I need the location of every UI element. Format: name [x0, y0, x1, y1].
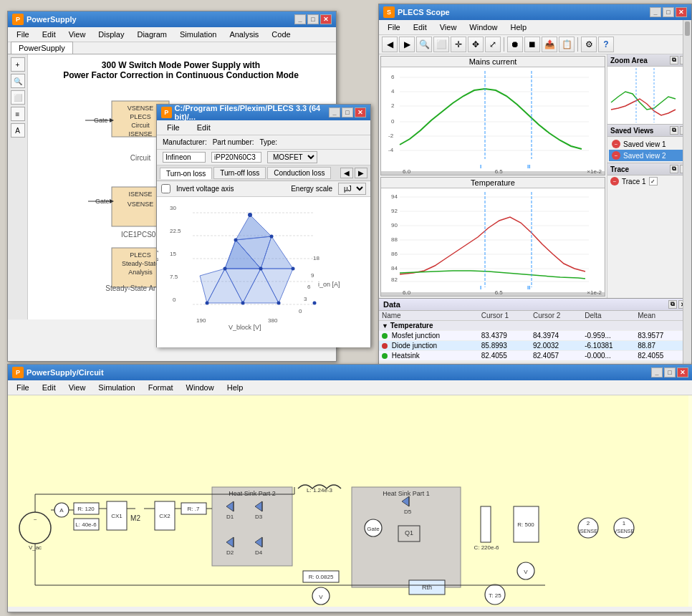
mosfet-menu-file[interactable]: File — [161, 122, 186, 133]
ps-tool-3[interactable]: ⬜ — [11, 90, 25, 105]
scope-pan-btn[interactable]: ✥ — [468, 37, 484, 52]
ps-menu-code[interactable]: Code — [266, 29, 296, 40]
scope-fit-btn[interactable]: ⤢ — [485, 37, 501, 52]
row2-c2: 82.4057 — [530, 351, 582, 361]
mosfet-maximize-btn[interactable]: □ — [342, 107, 353, 117]
mosfet-tab-conduction[interactable]: Conduction loss — [267, 167, 331, 179]
mosfet-menu-edit[interactable]: Edit — [191, 122, 216, 133]
sv1-remove-icon[interactable]: − — [612, 140, 620, 148]
ps-menu-view[interactable]: View — [63, 29, 92, 40]
zoom-float-btn[interactable]: ⧉ — [670, 56, 678, 64]
svg-text:Circuit: Circuit — [130, 154, 151, 162]
mosfet-close-btn[interactable]: ✕ — [355, 107, 366, 117]
scope-menu-window[interactable]: Window — [463, 21, 503, 33]
circuit-menu-edit[interactable]: Edit — [37, 382, 62, 393]
mosfet-invert-checkbox[interactable] — [161, 184, 170, 193]
row0-mean: 83.9577 — [635, 331, 684, 341]
ps-maximize-btn[interactable]: □ — [307, 14, 319, 24]
scope-menu-help[interactable]: Help — [504, 21, 532, 33]
data-scrollbar[interactable] — [683, 20, 691, 411]
saved-views-panel: Saved Views ⧉ ✕ − Saved view 1 − Saved v… — [607, 125, 691, 163]
svg-text:ISENSE: ISENSE — [579, 529, 597, 534]
mosfet-energy-select[interactable]: µJ — [338, 183, 366, 195]
circuit-menu-sim[interactable]: Simulation — [92, 382, 140, 393]
tr1-remove-icon[interactable]: − — [610, 177, 619, 186]
svg-text:VSENSE: VSENSE — [614, 529, 635, 534]
scope-copy-btn[interactable]: 📋 — [559, 37, 575, 52]
scope-help-btn[interactable]: ? — [598, 37, 614, 52]
mosfet-values: MOSFET — [157, 150, 370, 165]
scope-close-btn[interactable]: ✕ — [676, 7, 687, 17]
scope-menu-file[interactable]: File — [382, 21, 406, 33]
mosfet-next-btn[interactable]: ▶ — [355, 168, 367, 178]
saved-view-2[interactable]: − Saved view 2 — [609, 150, 690, 161]
ps-menu-analysis[interactable]: Analysis — [224, 29, 264, 40]
mosfet-minimize-btn[interactable]: _ — [329, 107, 340, 117]
scope-maximize-btn[interactable]: □ — [663, 7, 674, 17]
mosfet-tab-turnoff[interactable]: Turn-off loss — [213, 167, 266, 179]
svg-text:D2: D2 — [226, 549, 234, 556]
ps-tool-2[interactable]: 🔍 — [11, 74, 25, 88]
ps-menu-simulation[interactable]: Simulation — [174, 29, 222, 40]
ps-close-btn[interactable]: ✕ — [320, 14, 332, 24]
zoom-mini-plot — [607, 67, 691, 124]
tr-float-btn[interactable]: ⧉ — [670, 165, 678, 173]
mosfet-type-select[interactable]: MOSFET — [267, 151, 317, 163]
scope-plot2-container: Temperature 94 92 90 88 86 84 82 — [380, 177, 605, 297]
tr1-checkbox[interactable]: ✓ — [649, 177, 658, 186]
scope-menu-edit[interactable]: Edit — [408, 21, 433, 33]
circuit-menu-window[interactable]: Window — [181, 382, 220, 393]
scope-back-btn[interactable]: ◀ — [382, 37, 398, 52]
saved-view-1[interactable]: − Saved view 1 — [609, 138, 690, 150]
sv1-label: Saved view 1 — [623, 140, 665, 148]
mosfet-tab-turnon[interactable]: Turn-on loss — [160, 168, 212, 179]
data-float-btn[interactable]: ⧉ — [668, 300, 677, 309]
scope-rec-btn[interactable]: ⏺ — [507, 37, 523, 52]
mosfet-mfr-input[interactable] — [163, 152, 206, 163]
ps-tool-5[interactable]: A — [11, 123, 25, 138]
scope-plot1[interactable]: 6 4 2 0 -2 -4 — [381, 67, 605, 171]
circuit-minimize-btn[interactable]: _ — [651, 367, 663, 377]
svg-text:0: 0 — [391, 118, 395, 125]
scope-config-btn[interactable]: ⚙ — [581, 37, 597, 52]
scope-zoom-in-btn[interactable]: 🔍 — [416, 37, 432, 52]
mosfet-part-input[interactable] — [211, 152, 261, 163]
ps-minimize-btn[interactable]: _ — [294, 14, 306, 24]
circuit-close-btn[interactable]: ✕ — [677, 367, 688, 377]
row1-mean: 88.87 — [635, 341, 684, 351]
data-row-2[interactable]: Heatsink 82.4055 82.4057 -0.000... 82.40… — [379, 351, 691, 361]
data-row-0[interactable]: Mosfet junction 83.4379 84.3974 -0.959..… — [379, 331, 691, 341]
ps-menu-edit[interactable]: Edit — [37, 29, 62, 40]
zoom-area-title: Zoom Area — [610, 57, 648, 64]
scope-menu-view[interactable]: View — [434, 21, 463, 33]
ps-menu-file[interactable]: File — [11, 29, 35, 40]
circuit-maximize-btn[interactable]: □ — [664, 367, 676, 377]
sv2-remove-icon[interactable]: − — [612, 151, 620, 160]
ps-menu-diagram[interactable]: Diagram — [131, 29, 173, 40]
mosfet-prev-btn[interactable]: ◀ — [340, 168, 353, 178]
scope-minimize-btn[interactable]: _ — [650, 7, 661, 17]
svg-text:V: V — [524, 569, 528, 575]
scope-stop-btn[interactable]: ⏹ — [524, 37, 540, 52]
ps-tool-1[interactable]: + — [11, 57, 25, 72]
ps-tool-4[interactable]: ≡ — [11, 107, 25, 121]
data-group-label: ▼ Temperature — [379, 321, 684, 331]
ps-menu-display[interactable]: Display — [92, 29, 130, 40]
data-scrollbar-thumb[interactable] — [685, 21, 690, 36]
sv-float-btn[interactable]: ⧉ — [670, 126, 678, 135]
ps-tab-main[interactable]: PowerSupply — [11, 42, 73, 54]
svg-text:-4: -4 — [388, 147, 394, 153]
scope-cursor-btn[interactable]: ✛ — [451, 37, 466, 52]
circuit-menu-file[interactable]: File — [11, 382, 35, 393]
scope-forward-btn[interactable]: ▶ — [399, 37, 415, 52]
scope-export-btn[interactable]: 📤 — [542, 37, 557, 52]
circuit-menu-help[interactable]: Help — [221, 382, 249, 393]
circuit-menu-view[interactable]: View — [63, 382, 92, 393]
plot1-xsuffix: ×1e-2 — [587, 168, 602, 175]
scope-plot2[interactable]: 94 92 90 88 86 84 82 — [381, 188, 605, 292]
circuit-svg: ~ V_ac A R: 120 L: 40e-6 CX1 M2 CX2 R: .… — [8, 395, 688, 607]
trace-1: − Trace 1 ✓ — [607, 175, 691, 187]
scope-zoom-box-btn[interactable]: ⬜ — [433, 37, 449, 52]
circuit-menu-format[interactable]: Format — [143, 382, 179, 393]
data-row-1[interactable]: Diode junction 85.8993 92.0032 -6.10381 … — [379, 341, 691, 351]
